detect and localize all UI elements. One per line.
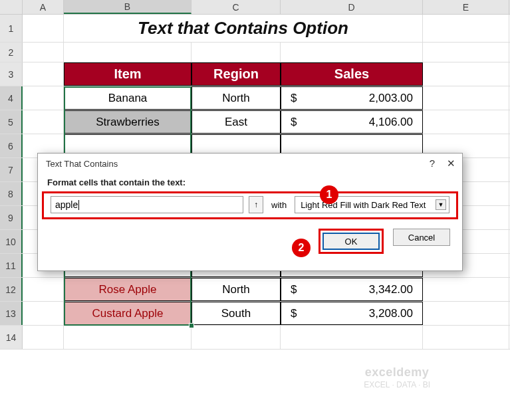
- row-header-11[interactable]: 11: [0, 254, 23, 277]
- row-header-12[interactable]: 12: [0, 278, 23, 301]
- cell-E1[interactable]: [423, 15, 509, 42]
- cell-sales[interactable]: $3,342.00: [281, 278, 423, 301]
- cell-region[interactable]: East: [191, 110, 281, 134]
- text-that-contains-dialog: Text That Contains ? ✕ Format cells that…: [37, 153, 463, 271]
- row-header-2[interactable]: 2: [0, 43, 23, 62]
- row-header-6[interactable]: 6: [0, 134, 23, 158]
- row-header-13[interactable]: 13: [0, 302, 23, 325]
- cell-item[interactable]: Banana: [64, 86, 191, 110]
- cell-item[interactable]: Strawberries: [64, 110, 191, 134]
- row-header-9[interactable]: 9: [0, 206, 23, 229]
- header-item[interactable]: Item: [64, 62, 191, 86]
- dialog-input-row: apple ↑ with Light Red Fill with Dark Re…: [42, 191, 458, 219]
- dialog-titlebar[interactable]: Text That Contains ? ✕: [38, 154, 462, 172]
- cell-region[interactable]: North: [191, 86, 281, 110]
- row-header-3[interactable]: 3: [0, 62, 23, 86]
- cancel-button[interactable]: Cancel: [393, 229, 450, 246]
- header-sales[interactable]: Sales: [281, 62, 423, 86]
- row-header-5[interactable]: 5: [0, 110, 23, 134]
- cell-item[interactable]: Rose Apple: [64, 278, 191, 301]
- col-header-C[interactable]: C: [191, 0, 281, 14]
- row-header-4[interactable]: 4: [0, 86, 23, 110]
- cell-A1[interactable]: [23, 15, 64, 42]
- dialog-title: Text That Contains: [46, 159, 118, 169]
- watermark: exceldemy EXCEL · DATA · BI: [364, 366, 430, 389]
- text-caret: [78, 200, 79, 210]
- cell-region[interactable]: North: [191, 278, 281, 301]
- cell-sales[interactable]: $2,003.00: [281, 86, 423, 110]
- help-button[interactable]: ?: [430, 158, 435, 169]
- ok-highlight: OK: [319, 229, 384, 254]
- col-header-E[interactable]: E: [423, 0, 509, 14]
- cell-item[interactable]: Custard Apple: [64, 302, 191, 325]
- format-select[interactable]: Light Red Fill with Dark Red Text ▼: [295, 196, 449, 213]
- annotation-badge-2: 2: [292, 239, 311, 257]
- cell-sales[interactable]: $4,106.00: [281, 110, 423, 134]
- row-header-14[interactable]: 14: [0, 326, 23, 349]
- column-headers: A B C D E: [0, 0, 510, 15]
- chevron-down-icon[interactable]: ▼: [436, 199, 446, 210]
- selection-handle[interactable]: [189, 323, 194, 328]
- select-all-corner[interactable]: [0, 0, 23, 14]
- col-header-A[interactable]: A: [23, 0, 64, 14]
- with-label: with: [269, 200, 289, 210]
- page-title[interactable]: Text that Contains Option: [64, 15, 423, 42]
- row-header-10[interactable]: 10: [0, 230, 23, 253]
- cell-sales[interactable]: $3,208.00: [281, 302, 423, 325]
- row-header-1[interactable]: 1: [0, 15, 23, 42]
- col-header-B[interactable]: B: [64, 0, 191, 14]
- range-picker-icon[interactable]: ↑: [249, 196, 263, 213]
- row-header-8[interactable]: 8: [0, 182, 23, 205]
- ok-button[interactable]: OK: [322, 233, 380, 250]
- row-header-7[interactable]: 7: [0, 158, 23, 181]
- format-select-value: Light Red Fill with Dark Red Text: [301, 200, 426, 210]
- header-region[interactable]: Region: [191, 62, 281, 86]
- close-icon[interactable]: ✕: [447, 158, 455, 169]
- dialog-label: Format cells that contain the text:: [38, 172, 462, 191]
- annotation-badge-1: 1: [320, 185, 338, 204]
- col-header-D[interactable]: D: [281, 0, 423, 14]
- text-contains-input[interactable]: apple: [51, 196, 243, 213]
- cell-region[interactable]: South: [191, 302, 281, 325]
